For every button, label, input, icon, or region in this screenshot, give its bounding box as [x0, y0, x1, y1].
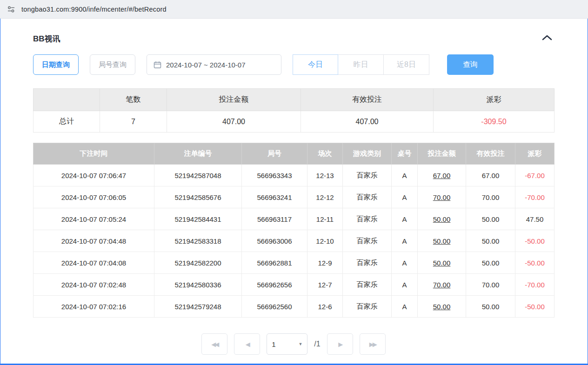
bet-amount-link[interactable]: 67.00 [418, 165, 466, 186]
today-button[interactable]: 今日 [293, 54, 338, 75]
filter-toolbar: 日期查询 局号查询 2024-10-07 ~ 2024-10-07 今日 昨日 … [33, 54, 554, 75]
session-cell: 12-10 [307, 230, 343, 252]
last8days-button[interactable]: 近8日 [384, 54, 429, 75]
next-page-button[interactable]: ▶ [327, 333, 353, 355]
summary-table: 笔数 投注金额 有效投注 派彩 总计 7 407.00 407.00 -309.… [33, 88, 555, 133]
quick-range-group: 今日 昨日 近8日 [293, 54, 429, 75]
round-cell: 566963117 [242, 208, 307, 230]
page-title: BB视讯 [33, 33, 60, 44]
round-query-tab[interactable]: 局号查询 [90, 54, 135, 75]
valid-bet-cell: 67.00 [466, 165, 515, 186]
table-row: 2024-10-07 07:04:08 521942582200 5669628… [33, 252, 555, 274]
valid-bet-cell: 50.00 [466, 230, 515, 252]
summary-payout: -309.50 [434, 111, 555, 133]
session-cell: 12-9 [307, 252, 343, 274]
col-header-table-no: 桌号 [392, 143, 418, 165]
col-header-bet-amount: 投注金额 [418, 143, 466, 165]
summary-total-label: 总计 [33, 111, 100, 133]
table-row: 2024-10-07 07:04:48 521942583318 5669630… [33, 230, 555, 252]
round-cell: 566962560 [242, 296, 307, 318]
col-header-bet-id: 注单编号 [154, 143, 242, 165]
bet-id-cell: 521942579248 [154, 296, 242, 318]
bet-time-cell: 2024-10-07 07:04:08 [33, 252, 154, 274]
round-cell: 566963006 [242, 230, 307, 252]
table-no-cell: A [392, 274, 418, 296]
bet-id-cell: 521942585676 [154, 186, 242, 208]
round-cell: 566962881 [242, 252, 307, 274]
first-page-button[interactable]: ◀◀ [201, 333, 227, 355]
bet-id-cell: 521942582200 [154, 252, 242, 274]
bet-amount-link[interactable]: 70.00 [418, 186, 466, 208]
calendar-icon [154, 61, 161, 69]
chevron-up-icon [542, 34, 552, 42]
summary-header-bet-amount: 投注金额 [167, 89, 301, 111]
bet-amount-link[interactable]: 70.00 [418, 274, 466, 296]
bet-amount-link[interactable]: 50.00 [418, 208, 466, 230]
bet-amount-link[interactable]: 50.00 [418, 296, 466, 318]
payout-cell: 47.50 [515, 208, 555, 230]
valid-bet-cell: 70.00 [466, 186, 515, 208]
round-cell: 566963241 [242, 186, 307, 208]
bet-record-panel: BB视讯 日期查询 局号查询 2024-10-07 ~ 2024-10-07 [0, 19, 588, 365]
col-header-round: 局号 [242, 143, 307, 165]
table-no-cell: A [392, 296, 418, 318]
session-cell: 12-13 [307, 165, 343, 186]
summary-row: 总计 7 407.00 407.00 -309.50 [33, 111, 555, 133]
bet-amount-link[interactable]: 50.00 [418, 230, 466, 252]
game-type-cell: 百家乐 [343, 230, 392, 252]
payout-cell: -50.00 [515, 296, 555, 318]
session-cell: 12-7 [307, 274, 343, 296]
payout-cell: -50.00 [515, 230, 555, 252]
search-button[interactable]: 查询 [447, 54, 494, 75]
site-settings-icon[interactable] [7, 5, 16, 14]
summary-header-valid-bet: 有效投注 [301, 89, 434, 111]
yesterday-button[interactable]: 昨日 [338, 54, 384, 75]
bet-id-cell: 521942587048 [154, 165, 242, 186]
summary-header-blank [33, 89, 100, 111]
browser-url-bar: tongbao31.com:9900/infe/mcenter/#/betRec… [0, 0, 588, 19]
table-row: 2024-10-07 07:02:16 521942579248 5669625… [33, 296, 555, 318]
table-no-cell: A [392, 165, 418, 186]
page-select[interactable]: 1 ▼ [267, 333, 307, 355]
col-header-game-type: 游戏类别 [343, 143, 392, 165]
bet-records-table: 下注时间 注单编号 局号 场次 游戏类别 桌号 投注金额 有效投注 派彩 202… [33, 143, 555, 318]
game-type-cell: 百家乐 [343, 186, 392, 208]
date-range-picker[interactable]: 2024-10-07 ~ 2024-10-07 [147, 54, 281, 75]
valid-bet-cell: 50.00 [466, 208, 515, 230]
collapse-panel-button[interactable] [540, 33, 554, 45]
valid-bet-cell: 50.00 [466, 252, 515, 274]
col-header-valid-bet: 有效投注 [466, 143, 515, 165]
table-row: 2024-10-07 07:05:24 521942584431 5669631… [33, 208, 555, 230]
payout-cell: -70.00 [515, 186, 555, 208]
valid-bet-cell: 50.00 [466, 296, 515, 318]
session-cell: 12-11 [307, 208, 343, 230]
payout-cell: -70.00 [515, 274, 555, 296]
prev-page-button[interactable]: ◀ [234, 333, 260, 355]
date-query-tab[interactable]: 日期查询 [33, 54, 79, 75]
round-cell: 566963343 [242, 165, 307, 186]
pagination: ◀◀ ◀ 1 ▼ /1 ▶ ▶▶ [33, 333, 554, 355]
bet-time-cell: 2024-10-07 07:04:48 [33, 230, 154, 252]
page-total-label: /1 [314, 340, 320, 348]
bet-time-cell: 2024-10-07 07:06:05 [33, 186, 154, 208]
bet-id-cell: 521942580336 [154, 274, 242, 296]
summary-header-count: 笔数 [100, 89, 167, 111]
game-type-cell: 百家乐 [343, 252, 392, 274]
last-page-button[interactable]: ▶▶ [360, 333, 386, 355]
table-no-cell: A [392, 208, 418, 230]
summary-count: 7 [100, 111, 167, 133]
chevron-down-icon: ▼ [298, 342, 302, 346]
page-select-input[interactable]: 1 [272, 340, 296, 348]
table-no-cell: A [392, 186, 418, 208]
bet-id-cell: 521942584431 [154, 208, 242, 230]
url-text[interactable]: tongbao31.com:9900/infe/mcenter/#/betRec… [21, 6, 167, 13]
game-type-cell: 百家乐 [343, 165, 392, 186]
date-range-value: 2024-10-07 ~ 2024-10-07 [166, 61, 246, 69]
summary-header-payout: 派彩 [434, 89, 555, 111]
col-header-payout: 派彩 [515, 143, 555, 165]
valid-bet-cell: 70.00 [466, 274, 515, 296]
summary-bet-amount: 407.00 [167, 111, 301, 133]
game-type-cell: 百家乐 [343, 208, 392, 230]
bet-amount-link[interactable]: 50.00 [418, 252, 466, 274]
col-header-session: 场次 [307, 143, 343, 165]
